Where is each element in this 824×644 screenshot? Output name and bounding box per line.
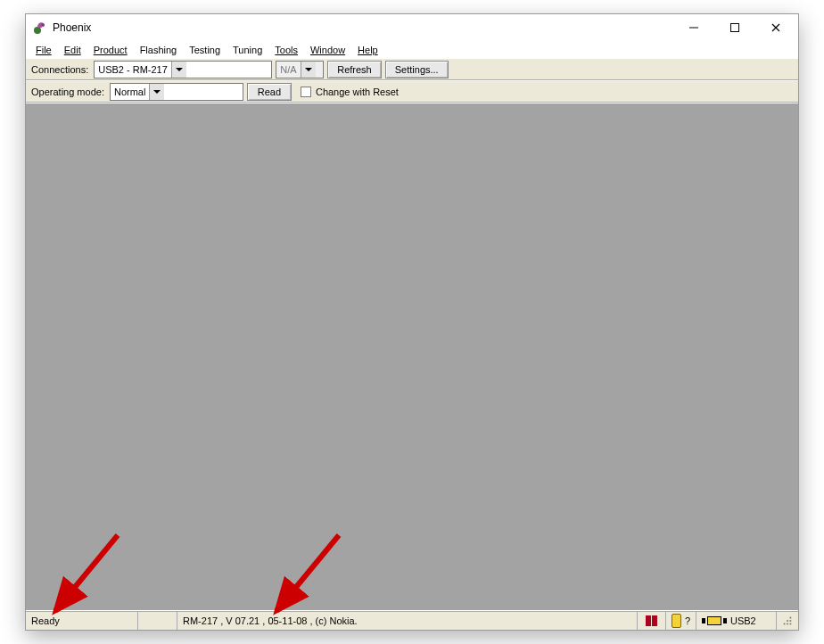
settings-button[interactable]: Settings... [385,61,449,78]
menu-flashing[interactable]: Flashing [134,44,184,56]
toolbar-connections: Connections: USB2 - RM-217 N/A Refresh S… [26,58,798,80]
change-with-reset-label: Change with Reset [316,87,399,97]
status-grip [777,612,798,630]
svg-rect-9 [784,623,786,625]
app-title: Phoenix [53,21,91,34]
mdi-client-area [26,103,798,611]
svg-point-0 [34,27,41,34]
help-question-mark: ? [685,615,690,626]
menu-help[interactable]: Help [351,44,384,56]
toolbar-operating-mode: Operating mode: Normal Read Change with … [26,80,798,103]
usb-icon [702,616,727,625]
progress-bar-icon [646,615,651,626]
minimize-button[interactable] [673,14,714,41]
svg-point-1 [41,23,45,27]
status-usb: USB2 [696,612,777,630]
svg-rect-3 [731,24,739,32]
menu-window[interactable]: Window [304,44,351,56]
status-progress [638,612,666,630]
app-icon [33,21,47,35]
na-combo: N/A [276,61,324,78]
connections-value: USB2 - RM-217 [95,62,171,78]
svg-rect-6 [787,620,788,622]
chevron-down-icon[interactable] [149,84,164,100]
read-button[interactable]: Read [247,83,292,101]
help-badge-icon [672,614,681,628]
operating-mode-value: Normal [111,84,149,100]
status-bar: Ready RM-217 , V 07.21 , 05-11-08 , (c) … [26,611,798,630]
connections-label: Connections: [31,64,88,75]
status-device-info: RM-217 , V 07.21 , 05-11-08 , (c) Nokia. [177,612,638,630]
title-bar: Phoenix [26,14,798,41]
menu-tuning[interactable]: Tuning [227,44,268,56]
close-button[interactable] [755,14,796,41]
status-ready: Ready [26,612,138,630]
menu-testing[interactable]: Testing [183,44,227,56]
operating-mode-combo[interactable]: Normal [110,83,243,101]
checkbox-box-icon[interactable] [301,87,311,97]
menu-tools[interactable]: Tools [268,44,304,56]
maximize-button[interactable] [714,14,755,41]
app-window: Phoenix File Edit Product Flashing Testi… [25,13,799,631]
refresh-button[interactable]: Refresh [327,61,382,78]
svg-rect-4 [790,617,792,619]
chevron-down-icon[interactable] [171,62,186,78]
svg-rect-5 [790,620,792,622]
change-with-reset-checkbox[interactable]: Change with Reset [301,87,399,97]
svg-rect-8 [787,623,788,625]
status-usb-text: USB2 [730,615,756,626]
menu-file[interactable]: File [29,44,58,56]
status-spacer-1 [138,612,177,630]
status-ready-text: Ready [31,615,60,626]
svg-rect-2 [689,28,698,29]
chevron-down-icon [301,62,316,78]
status-help[interactable]: ? [666,612,696,630]
connections-combo[interactable]: USB2 - RM-217 [94,61,272,78]
resize-grip-icon [782,615,793,627]
progress-bar-icon [652,615,657,626]
menu-bar: File Edit Product Flashing Testing Tunin… [26,41,798,58]
na-value: N/A [276,62,300,78]
svg-rect-7 [790,623,792,625]
menu-edit[interactable]: Edit [58,44,87,56]
status-device-info-text: RM-217 , V 07.21 , 05-11-08 , (c) Nokia. [183,615,358,626]
operating-mode-label: Operating mode: [31,87,104,97]
window-controls [673,14,796,41]
menu-product[interactable]: Product [87,44,134,56]
